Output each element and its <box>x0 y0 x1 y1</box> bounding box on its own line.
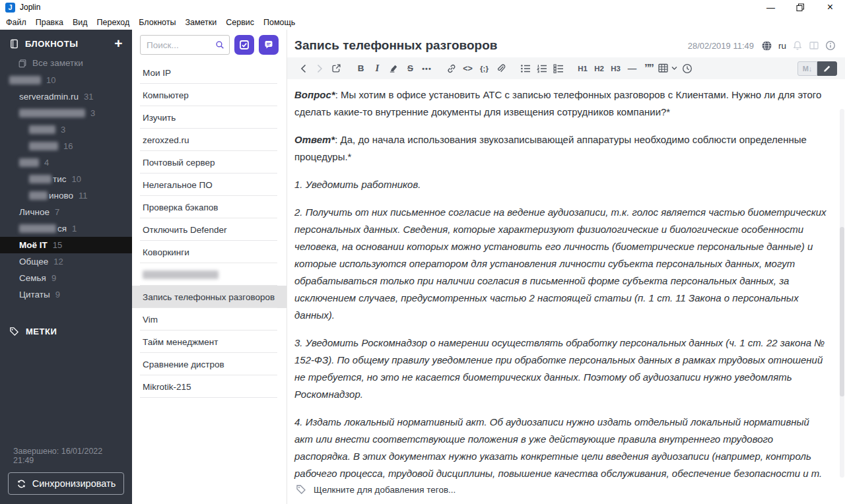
blockquote-button[interactable]: ”” <box>640 60 657 77</box>
numbered-list-button[interactable] <box>533 60 550 77</box>
richtext-editor-toggle[interactable] <box>817 61 837 76</box>
note-list-item[interactable]: Отключить Defender <box>132 218 287 241</box>
sidebar-notebook-item[interactable]: serveradmin.ru31 <box>0 88 132 105</box>
note-list-item[interactable]: Коворкинги <box>132 241 287 263</box>
sidebar-notebook-item[interactable]: 4 <box>0 154 132 171</box>
sidebar-notebook-item[interactable]: 3 <box>0 121 132 138</box>
sidebar-notebook-item[interactable]: Личное7 <box>0 204 132 220</box>
notebook-label: Цитаты <box>19 290 50 299</box>
note-list: Мои IPКомпьютерИзучитьzeroxzed.ruПочтовы… <box>132 61 287 398</box>
note-list-item[interactable]: Запись телефонных разговоров <box>132 286 287 308</box>
layout-columns-icon[interactable] <box>809 40 819 51</box>
paragraph-1: 1. Уведомить работников. <box>294 176 829 193</box>
synchronize-button[interactable]: Синхронизировать <box>8 472 124 495</box>
external-edit-icon[interactable] <box>328 60 345 77</box>
checkbox-list-button[interactable] <box>550 60 566 77</box>
bulleted-list-button[interactable] <box>517 60 533 77</box>
tag-icon <box>9 327 19 336</box>
code-block-button[interactable]: {;} <box>476 60 492 77</box>
search-input[interactable] <box>147 40 215 50</box>
note-list-item[interactable]: Компьютер <box>132 84 287 106</box>
sidebar-notebook-item[interactable]: 16 <box>0 138 132 154</box>
insert-table-button[interactable] <box>657 60 679 77</box>
globe-icon[interactable] <box>761 40 772 51</box>
italic-button[interactable]: I <box>369 60 386 77</box>
new-todo-button[interactable] <box>234 35 254 55</box>
link-button[interactable] <box>443 60 459 77</box>
restore-button[interactable] <box>786 0 815 15</box>
notebook-count: 7 <box>55 207 59 217</box>
insert-datetime-button[interactable] <box>679 60 695 77</box>
note-properties-info-icon[interactable] <box>825 40 836 51</box>
new-note-button[interactable] <box>259 35 279 55</box>
markdown-editor-toggle[interactable]: M↓ <box>797 61 817 76</box>
sidebar-notebook-item[interactable]: ся1 <box>0 220 132 237</box>
note-list-item[interactable]: Нелегальное ПО <box>132 173 287 196</box>
menu-edit[interactable]: Правка <box>31 18 68 27</box>
menu-view[interactable]: Вид <box>68 18 92 27</box>
scrollbar-thumb[interactable] <box>840 227 844 396</box>
close-button[interactable]: × <box>815 0 845 15</box>
editor-header: Запись телефонных разговоров 28/02/2019 … <box>287 30 845 57</box>
redacted-notebook-label <box>19 109 85 117</box>
editor-scrollbar[interactable] <box>840 109 844 478</box>
menu-help[interactable]: Помощь <box>259 18 300 27</box>
heading3-button[interactable]: H3 <box>607 60 624 77</box>
synchronize-button-label: Синхронизировать <box>32 478 116 489</box>
paragraph-4: 4. Издать локальный нормативный акт. Об … <box>294 414 829 479</box>
joplin-logo-icon: J <box>5 3 15 13</box>
note-list-item[interactable]: Сравнение дистров <box>132 353 287 375</box>
strikethrough-button[interactable]: S <box>402 60 419 77</box>
forward-button[interactable] <box>312 60 328 77</box>
sidebar-notebook-item[interactable]: 10 <box>0 72 132 88</box>
note-list-item[interactable]: Мои IP <box>132 61 287 84</box>
note-list-item[interactable]: Изучить <box>132 106 287 129</box>
note-list-item[interactable]: Тайм менеджмент <box>132 331 287 353</box>
horizontal-rule-button[interactable]: — <box>624 60 640 77</box>
note-body-editor[interactable]: Вопрос*: Мы хотим в офисе установить АТС… <box>287 79 845 479</box>
menu-go[interactable]: Переход <box>92 18 135 27</box>
redacted-notebook-label <box>29 142 58 150</box>
sidebar-notebook-item[interactable]: 3 <box>0 105 132 121</box>
note-list-item[interactable]: Почтовый сервер <box>132 151 287 173</box>
highlight-button[interactable] <box>386 60 402 77</box>
answer-text: : Да, до начала использования звукозапис… <box>294 134 807 162</box>
note-title: Изучить <box>143 113 176 123</box>
notebook-count: 3 <box>61 125 65 135</box>
sidebar-item-all-notes[interactable]: Все заметки <box>0 55 132 72</box>
note-title-input[interactable]: Запись телефонных разговоров <box>294 38 688 53</box>
sidebar-notebook-item[interactable]: Общее12 <box>0 253 132 270</box>
notebook-count: 16 <box>63 141 73 151</box>
paragraph-question: Вопрос*: Мы хотим в офисе установить АТС… <box>294 86 829 121</box>
question-label: Вопрос* <box>294 89 335 100</box>
new-notebook-button[interactable]: + <box>114 38 123 49</box>
attach-file-button[interactable] <box>492 60 509 77</box>
tag-bar[interactable]: Щелкните для добавления тегов... <box>287 479 845 504</box>
menu-tools[interactable]: Сервис <box>221 18 259 27</box>
sidebar-notebook-item[interactable]: иново11 <box>0 187 132 204</box>
sidebar-notebook-item[interactable]: Семья9 <box>0 270 132 286</box>
note-list-item[interactable]: Проверка бэкапов <box>132 196 287 218</box>
spellcheck-locale-label[interactable]: ru <box>778 41 786 51</box>
note-list-item[interactable]: Vim <box>132 308 287 331</box>
menu-notebooks[interactable]: Блокноты <box>134 18 180 27</box>
back-button[interactable] <box>295 60 312 77</box>
more-formats-button[interactable]: ••• <box>419 60 435 77</box>
all-notes-icon <box>18 59 27 68</box>
menu-file[interactable]: Файл <box>1 18 31 27</box>
note-list-item[interactable]: zeroxzed.ru <box>132 129 287 151</box>
sidebar-notebook-item[interactable]: Моё IT15 <box>0 237 132 253</box>
note-list-item[interactable] <box>132 263 287 286</box>
sidebar-notebook-item[interactable]: тис10 <box>0 171 132 187</box>
heading2-button[interactable]: H2 <box>591 60 607 77</box>
tag-icon <box>296 484 306 495</box>
bell-icon[interactable] <box>792 40 803 51</box>
inline-code-button[interactable]: <> <box>459 60 476 77</box>
add-tags-placeholder[interactable]: Щелкните для добавления тегов... <box>314 485 456 495</box>
minimize-button[interactable]: — <box>756 0 786 15</box>
bold-button[interactable]: B <box>353 60 369 77</box>
sidebar-notebook-item[interactable]: Цитаты9 <box>0 286 132 303</box>
note-list-item[interactable]: Mikrotik-215 <box>132 375 287 398</box>
menu-notes[interactable]: Заметки <box>180 18 221 27</box>
heading1-button[interactable]: H1 <box>574 60 591 77</box>
